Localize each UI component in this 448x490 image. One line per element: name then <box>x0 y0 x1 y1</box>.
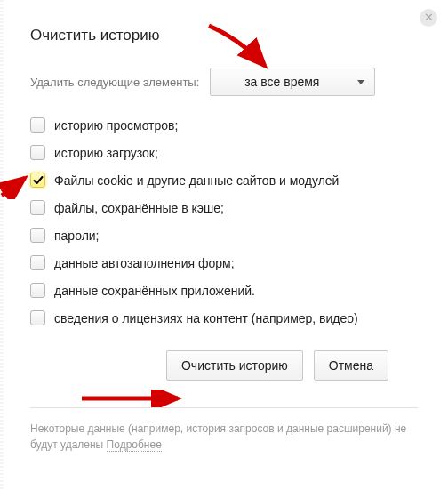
checkbox[interactable] <box>30 117 45 133</box>
checkbox[interactable] <box>30 283 45 298</box>
checkbox[interactable] <box>30 228 45 243</box>
checkbox[interactable] <box>30 200 45 215</box>
time-range-select[interactable]: за все время <box>210 68 375 96</box>
footer-text: Некоторые данные (например, история запр… <box>30 422 406 451</box>
close-button[interactable]: ✕ <box>420 9 437 27</box>
option-row: историю загрузок; <box>30 145 418 160</box>
close-icon: ✕ <box>424 11 434 24</box>
option-label: историю просмотров; <box>54 118 178 133</box>
dialog-buttons: Очистить историю Отмена <box>30 350 418 381</box>
annotation-arrow <box>80 390 187 407</box>
time-range-label: Удалить следующие элементы: <box>30 76 199 89</box>
option-row: данные автозаполнения форм; <box>30 255 418 270</box>
annotation-arrow <box>0 169 34 199</box>
clear-history-button[interactable]: Очистить историю <box>166 350 303 381</box>
option-label: сведения о лицензиях на контент (наприме… <box>54 311 358 325</box>
option-row: Файлы cookie и другие данные сайтов и мо… <box>30 173 418 188</box>
options-list: историю просмотров;историю загрузок;Файл… <box>30 117 418 325</box>
time-range-row: Удалить следующие элементы: за все время <box>30 68 418 96</box>
option-row: сведения о лицензиях на контент (наприме… <box>30 310 418 325</box>
checkbox[interactable] <box>30 255 45 270</box>
option-row: файлы, сохранённые в кэше; <box>30 200 418 215</box>
checkbox[interactable] <box>30 173 45 188</box>
option-label: Файлы cookie и другие данные сайтов и мо… <box>54 173 339 188</box>
option-row: историю просмотров; <box>30 117 418 133</box>
checkbox[interactable] <box>30 145 45 160</box>
time-range-select-wrap: за все время <box>210 68 375 96</box>
option-label: историю загрузок; <box>54 146 158 160</box>
cancel-button[interactable]: Отмена <box>314 350 388 381</box>
option-row: данные сохранённых приложений. <box>30 283 418 298</box>
footer-note: Некоторые данные (например, история запр… <box>30 407 418 453</box>
learn-more-link[interactable]: Подробнее <box>107 438 162 452</box>
option-label: данные сохранённых приложений. <box>54 284 255 298</box>
option-label: файлы, сохранённые в кэше; <box>54 201 224 215</box>
clear-history-dialog: ✕ Очистить историю Удалить следующие эле… <box>0 0 448 490</box>
option-row: пароли; <box>30 228 418 243</box>
dialog-title: Очистить историю <box>30 27 418 44</box>
option-label: пароли; <box>54 229 100 243</box>
checkbox[interactable] <box>30 310 45 325</box>
option-label: данные автозаполнения форм; <box>54 256 235 270</box>
